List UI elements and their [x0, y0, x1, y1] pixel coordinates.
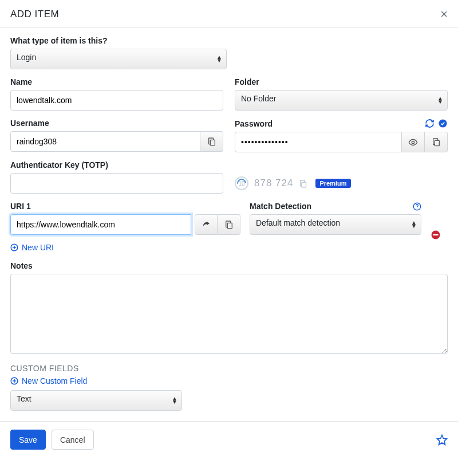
- svg-rect-4: [302, 182, 306, 187]
- copy-icon: [207, 137, 216, 146]
- totp-display-group: 10 878 724 Premium: [235, 160, 448, 194]
- totp-label: Authenticator Key (TOTP): [10, 160, 223, 170]
- close-button[interactable]: ×: [440, 8, 448, 21]
- folder-group: Folder No Folder ▲▼: [235, 77, 448, 111]
- add-custom-field-label: New Custom Field: [22, 376, 87, 385]
- custom-fields-title: CUSTOM FIELDS: [10, 364, 448, 373]
- custom-field-type-wrap: Text ▲▼: [10, 390, 182, 411]
- svg-point-2: [412, 141, 414, 143]
- copy-password-button[interactable]: [425, 132, 448, 152]
- copy-username-button[interactable]: [200, 131, 223, 152]
- copy-totp-button[interactable]: [299, 179, 307, 188]
- copy-icon: [432, 137, 441, 147]
- minus-circle-icon: [431, 230, 441, 240]
- svg-rect-8: [433, 234, 439, 235]
- svg-rect-5: [227, 223, 232, 228]
- notes-group: Notes: [10, 261, 448, 356]
- toggle-password-visibility-button[interactable]: [402, 132, 425, 152]
- generate-password-button[interactable]: [425, 119, 435, 128]
- password-group: Password: [235, 119, 448, 152]
- uri-input[interactable]: [10, 214, 191, 235]
- plus-circle-icon: [10, 243, 18, 251]
- save-button[interactable]: Save: [10, 430, 46, 450]
- name-group: Name: [10, 77, 223, 111]
- uri-group: URI 1: [10, 202, 240, 235]
- totp-row: Authenticator Key (TOTP) 10 878 724 Prem…: [10, 160, 448, 202]
- totp-input[interactable]: [10, 173, 223, 194]
- folder-select[interactable]: No Folder: [235, 90, 448, 111]
- name-folder-row: Name Folder No Folder ▲▼: [10, 77, 448, 119]
- match-detection-label: Match Detection: [250, 202, 311, 211]
- copy-icon: [299, 179, 307, 188]
- match-detection-select[interactable]: Default match detection: [250, 214, 421, 235]
- favorite-button[interactable]: [436, 434, 448, 446]
- help-circle-icon: [413, 202, 421, 211]
- star-icon: [436, 434, 448, 446]
- uri-row: URI 1 Match Detection Default match dete…: [10, 202, 448, 243]
- add-uri-label: New URI: [22, 243, 54, 252]
- custom-field-type-select[interactable]: Text: [10, 390, 182, 411]
- notes-label: Notes: [10, 261, 448, 270]
- password-input[interactable]: [235, 132, 402, 152]
- username-label: Username: [10, 119, 223, 128]
- cancel-button[interactable]: Cancel: [52, 430, 94, 450]
- check-password-button[interactable]: [438, 119, 448, 128]
- check-circle-icon: [438, 119, 448, 128]
- credentials-row: Username Password: [10, 119, 448, 160]
- premium-badge: Premium: [315, 179, 350, 188]
- totp-group: Authenticator Key (TOTP): [10, 160, 223, 194]
- add-uri-button[interactable]: New URI: [10, 243, 54, 252]
- notes-textarea[interactable]: [10, 274, 448, 354]
- copy-icon: [224, 220, 234, 229]
- refresh-icon: [425, 119, 435, 128]
- eye-icon: [408, 137, 418, 147]
- name-input[interactable]: [10, 90, 223, 111]
- modal-title: ADD ITEM: [10, 9, 59, 20]
- modal-header: ADD ITEM ×: [0, 0, 458, 28]
- plus-circle-icon: [10, 377, 18, 385]
- item-type-group: What type of item is this? Login ▲▼: [10, 36, 448, 69]
- copy-uri-button[interactable]: [218, 214, 240, 235]
- totp-code: 878 724: [254, 178, 293, 189]
- item-type-select[interactable]: Login: [10, 49, 227, 69]
- share-icon: [202, 220, 211, 229]
- name-label: Name: [10, 77, 223, 86]
- launch-uri-button[interactable]: [195, 214, 218, 235]
- totp-countdown-icon: 10: [235, 176, 248, 190]
- folder-label: Folder: [235, 77, 448, 86]
- remove-uri-button[interactable]: [431, 230, 441, 240]
- svg-rect-0: [210, 140, 215, 145]
- item-type-label: What type of item is this?: [10, 36, 448, 45]
- uri-label: URI 1: [10, 202, 240, 211]
- password-label: Password: [235, 119, 273, 128]
- match-detection-group: Match Detection Default match detection …: [250, 202, 421, 235]
- modal-footer: Save Cancel: [0, 421, 458, 458]
- add-custom-field-group: New Custom Field: [10, 376, 448, 387]
- svg-marker-11: [437, 435, 447, 444]
- add-uri-group: New URI: [10, 243, 448, 253]
- remove-uri-wrap: [431, 202, 448, 243]
- add-custom-field-button[interactable]: New Custom Field: [10, 376, 87, 385]
- modal-body: What type of item is this? Login ▲▼ Name…: [0, 28, 458, 421]
- match-detection-help-button[interactable]: [413, 202, 421, 211]
- username-input[interactable]: [10, 131, 200, 152]
- username-group: Username: [10, 119, 223, 152]
- svg-rect-3: [435, 140, 439, 145]
